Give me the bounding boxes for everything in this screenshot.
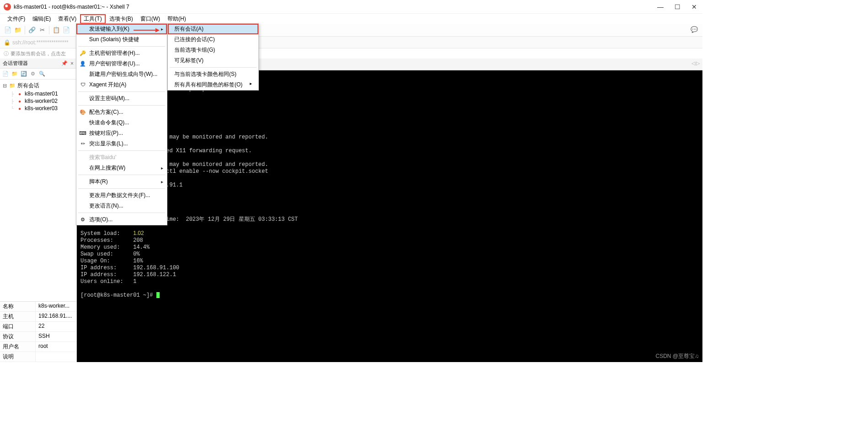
dd-master-pw[interactable]: 设置主密码(M)... [76, 93, 167, 104]
sm-label: 所有会话(A) [174, 26, 204, 32]
dd-quick-cmd[interactable]: 快速命令集(Q)... [76, 117, 167, 128]
tree-session-2[interactable]: └ ● k8s-worker03 [0, 105, 76, 112]
disconnect-icon[interactable]: ✂ [38, 26, 46, 34]
tree-line: └ [10, 106, 15, 111]
dd-label: 更改语言(N)... [89, 202, 123, 210]
close-button[interactable]: ✕ [691, 3, 697, 11]
dd-options[interactable]: ⚙ 选项(O)... [76, 214, 167, 225]
watermark: CSDN @至尊宝♫ [655, 352, 699, 360]
keyboard-icon: ⌨ [79, 129, 86, 137]
dd-color-scheme[interactable]: 🎨 配色方案(C)... [76, 107, 167, 117]
tree-label: k8s-worker03 [25, 105, 58, 112]
dd-script[interactable]: 脚本(R) ▸ [76, 176, 167, 187]
sm-same-color[interactable]: 与当前选项卡颜色相同(S) [168, 69, 258, 80]
dd-separator [78, 105, 165, 106]
menu-tools[interactable]: 工具(T) [80, 14, 105, 24]
dd-user-key[interactable]: 👤 用户密钥管理者(U)... [76, 59, 167, 69]
info-icon: ⓘ [4, 50, 9, 57]
palette-icon: 🎨 [79, 108, 86, 116]
maximize-button[interactable]: ☐ [675, 3, 680, 11]
new-session-icon[interactable]: 📄 [4, 26, 12, 34]
prop-key: 端口 [0, 322, 36, 331]
key-icon: 🔑 [79, 49, 86, 57]
tabbar-nav: ◁ ▷ [691, 60, 700, 66]
chevron-right-icon: ▸ [250, 81, 252, 86]
new-icon[interactable]: 📄 [2, 70, 9, 78]
prop-val: 192.168.91.... [36, 312, 76, 321]
terminal[interactable]: reserved. o use Xshell prompt. 00:22... … [77, 70, 702, 362]
menu-window[interactable]: 窗口(W) [137, 14, 164, 24]
dd-separator [78, 150, 165, 151]
dd-label: 选项(O)... [89, 216, 113, 224]
sidebar-title: 会话管理器 [3, 60, 28, 67]
sidebar-toolbar: 📄 📁 🔄 ⚙ 🔍 [0, 69, 76, 80]
dd-label: 配色方案(C)... [89, 108, 123, 116]
sm-connected[interactable]: 已连接的会话(C) [168, 34, 258, 45]
send-input-submenu: 所有会话(A) 已连接的会话(C) 当前选项卡组(G) 可见标签(V) 与当前选… [167, 23, 259, 91]
dd-label: Xagent 开始(A) [89, 81, 126, 89]
gear-icon: ⚙ [79, 216, 86, 223]
window-controls: — ☐ ✕ [657, 3, 699, 11]
session-icon: ● [16, 91, 23, 97]
tree-session-1[interactable]: ├ ● k8s-worker02 [0, 97, 76, 105]
dd-label: Sun (Solaris) 快捷键 [89, 36, 139, 43]
folder-icon[interactable]: 📁 [11, 70, 18, 78]
dd-sun[interactable]: Sun (Solaris) 快捷键 [76, 34, 167, 45]
prop-key: 名称 [0, 302, 36, 311]
prop-val [36, 352, 76, 362]
user-key-icon: 👤 [79, 60, 86, 67]
dd-key-map[interactable]: ⌨ 按键对应(P)... [76, 128, 167, 139]
menu-help[interactable]: 帮助(H) [164, 14, 190, 24]
tree-session-0[interactable]: ├ ● k8s-master01 [0, 90, 76, 97]
sm-visible-tabs[interactable]: 可见标签(V) [168, 55, 258, 66]
dd-label: 快速命令集(Q)... [89, 119, 129, 127]
sidebar-close-icon[interactable]: × [70, 60, 74, 67]
prop-val: root [36, 342, 76, 352]
dd-change-lang[interactable]: 更改语言(N)... [76, 201, 167, 211]
tab-next-icon[interactable]: ▷ [696, 60, 700, 66]
refresh-icon[interactable]: 🔄 [20, 70, 27, 78]
reconnect-icon[interactable]: 🔗 [28, 26, 36, 34]
dd-separator [78, 46, 165, 47]
menu-file[interactable]: 文件(F) [4, 14, 29, 24]
tree-line: ├ [10, 99, 15, 104]
menu-tabs[interactable]: 选项卡(B) [106, 14, 137, 24]
dd-xagent[interactable]: 🛡 Xagent 开始(A) [76, 80, 167, 90]
dd-highlight[interactable]: ✏ 突出显示集(L)... [76, 139, 167, 149]
tab-prev-icon[interactable]: ◁ [691, 60, 695, 66]
menu-view[interactable]: 查看(V) [54, 14, 80, 24]
dd-separator [78, 188, 165, 189]
prop-row-desc: 说明 [0, 352, 76, 362]
dd-new-key[interactable]: 新建用户密钥生成向导(W)... [76, 69, 167, 80]
dd-label: 用户密钥管理者(U)... [89, 60, 140, 68]
sm-all-same-color[interactable]: 所有具有相同颜色的标签(O) ▸ [168, 80, 258, 90]
dd-label: 突出显示集(L)... [89, 140, 128, 148]
chat-icon[interactable]: 💬 [691, 26, 699, 34]
open-icon[interactable]: 📁 [14, 26, 22, 34]
props-icon[interactable]: ⚙ [29, 70, 37, 78]
dd-change-folder[interactable]: 更改用户数据文件夹(F)... [76, 190, 167, 201]
pin-icon[interactable]: 📌 [61, 60, 68, 67]
content: 1 k8s-master01 + ◁ ▷ reserved. o use Xsh… [77, 59, 702, 362]
sm-label: 所有具有相同颜色的标签(O) [174, 81, 242, 88]
dd-search-baidu: 搜索'Baidu' [76, 152, 167, 163]
tree-root[interactable]: ⊟ 📁 所有会话 [0, 81, 76, 90]
chevron-right-icon: ▸ [161, 165, 163, 171]
collapse-icon[interactable]: ⊟ [3, 83, 7, 89]
session-icon: ● [16, 98, 23, 104]
filter-icon[interactable]: 🔍 [38, 70, 46, 78]
dd-search-web[interactable]: 在网上搜索(W) ▸ [76, 163, 167, 173]
prop-row-user: 用户名 root [0, 342, 76, 352]
dd-host-key[interactable]: 🔑 主机密钥管理者(H)... [76, 48, 167, 59]
sm-all-sessions[interactable]: 所有会话(A) [168, 24, 258, 34]
prop-row-port: 端口 22 [0, 322, 76, 332]
app-icon [4, 3, 11, 11]
minimize-button[interactable]: — [657, 3, 664, 11]
paste-icon[interactable]: 📄 [62, 26, 70, 34]
toolbar-separator [49, 26, 49, 34]
sm-current-tab[interactable]: 当前选项卡组(G) [168, 45, 258, 55]
chevron-right-icon: ▸ [161, 179, 163, 184]
folder-icon: 📁 [9, 83, 16, 89]
copy-icon[interactable]: 📋 [52, 26, 60, 34]
menu-edit[interactable]: 编辑(E) [29, 14, 54, 24]
